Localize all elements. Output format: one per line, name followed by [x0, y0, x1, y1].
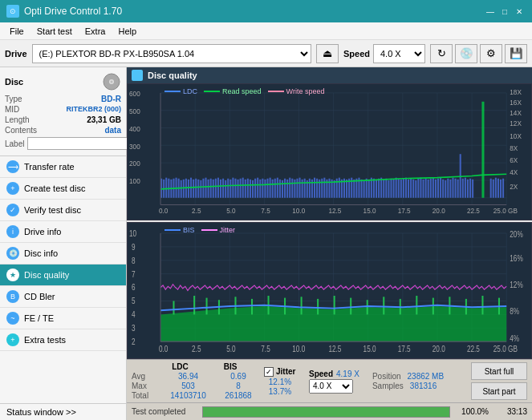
jitter-checkbox[interactable]: ✓	[264, 367, 274, 377]
eject-button[interactable]: ⏏	[316, 44, 339, 63]
sidebar-item-disc-quality[interactable]: ★ Disc quality	[0, 265, 126, 286]
time-display: 33:13	[495, 407, 527, 416]
svg-text:8%: 8%	[510, 308, 519, 317]
status-window-toggle[interactable]: Status window >>	[0, 403, 126, 420]
svg-rect-165	[452, 178, 453, 198]
svg-rect-63	[200, 180, 201, 198]
chart2-legend: BIS Jitter	[160, 224, 240, 236]
ldc-max: 503	[170, 382, 206, 390]
svg-rect-136	[380, 178, 382, 198]
ldc-col-header: LDC	[162, 362, 198, 371]
svg-rect-129	[363, 180, 365, 198]
svg-text:12X: 12X	[510, 119, 522, 127]
svg-rect-160	[440, 178, 441, 198]
ldc-chart-container: LDC Read speed Write speed	[127, 83, 532, 220]
menu-help[interactable]: Help	[112, 25, 143, 38]
svg-rect-92	[272, 180, 274, 198]
svg-rect-158	[435, 180, 437, 198]
svg-rect-98	[286, 180, 288, 198]
sidebar-item-drive-info[interactable]: i Drive info	[0, 221, 126, 243]
sidebar-item-verify-test-disc[interactable]: ✓ Verify test disc	[0, 200, 126, 221]
menu-extra[interactable]: Extra	[79, 25, 112, 38]
menu-file[interactable]: File	[3, 25, 30, 38]
disc-quality-label: Disc quality	[24, 270, 69, 280]
svg-rect-239	[350, 298, 351, 315]
dq-title: Disc quality	[148, 71, 197, 80]
svg-rect-82	[247, 179, 249, 198]
svg-rect-65	[205, 178, 206, 198]
sidebar-item-create-test-disc[interactable]: + Create test disc	[0, 178, 126, 200]
maximize-button[interactable]: □	[498, 5, 511, 18]
svg-rect-110	[316, 179, 318, 198]
svg-text:12%: 12%	[510, 281, 522, 289]
speed-display-select[interactable]: 4.0 X	[309, 379, 353, 394]
svg-rect-105	[304, 179, 306, 198]
action-buttons: ↻ 💿 ⚙ 💾	[430, 44, 527, 63]
svg-rect-81	[245, 180, 246, 198]
svg-text:10: 10	[129, 229, 136, 238]
sidebar-item-extra-tests[interactable]: + Extra tests	[0, 329, 126, 351]
minimize-button[interactable]: —	[484, 5, 497, 18]
svg-rect-67	[210, 179, 212, 198]
svg-rect-68	[213, 180, 214, 198]
svg-rect-228	[173, 301, 174, 315]
type-value: BD-R	[101, 95, 121, 103]
svg-text:10X: 10X	[510, 131, 522, 139]
jitter-avg: 12.1%	[264, 378, 296, 386]
svg-text:10.0: 10.0	[292, 345, 305, 353]
svg-text:9: 9	[132, 243, 136, 252]
menu-start-test[interactable]: Start test	[30, 25, 79, 38]
start-full-button[interactable]: Start full	[471, 362, 527, 380]
svg-rect-95	[279, 180, 281, 198]
svg-rect-83	[250, 180, 251, 198]
drive-select[interactable]: (E:) PLEXTOR BD-R PX-LB950SA 1.04	[32, 44, 311, 63]
sidebar-item-cd-bler[interactable]: B CD Bler	[0, 286, 126, 308]
sidebar-item-fe-te[interactable]: ~ FE / TE	[0, 308, 126, 329]
svg-text:16X: 16X	[510, 99, 522, 107]
position-value: 23862 MB	[408, 372, 445, 381]
sidebar-item-disc-info[interactable]: 💿 Disc info	[0, 243, 126, 265]
create-test-icon: +	[6, 182, 19, 195]
status-window-label: Status window >>	[6, 407, 76, 417]
svg-rect-180	[502, 179, 504, 198]
drive-info-label: Drive info	[24, 227, 61, 236]
svg-rect-55	[181, 180, 182, 198]
svg-text:4X: 4X	[510, 168, 518, 176]
ldc-total: 14103710	[170, 391, 206, 400]
jitter-legend-color	[201, 229, 217, 231]
svg-rect-172	[469, 179, 471, 198]
speed-select[interactable]: 4.0 X	[373, 44, 425, 63]
svg-rect-70	[217, 178, 219, 198]
refresh-button[interactable]: ↻	[430, 44, 453, 63]
svg-rect-148	[410, 179, 412, 198]
close-button[interactable]: ✕	[513, 5, 526, 18]
svg-rect-84	[252, 180, 254, 198]
svg-text:22.5: 22.5	[467, 345, 480, 353]
app-icon: ⊙	[6, 5, 19, 18]
svg-rect-155	[428, 180, 429, 198]
svg-rect-72	[222, 179, 224, 198]
disc-quality-header: Disc quality	[127, 67, 532, 83]
cd-bler-label: CD Bler	[24, 292, 55, 301]
save-button[interactable]: 💾	[505, 44, 527, 63]
svg-text:100: 100	[129, 177, 140, 185]
svg-text:15.0: 15.0	[363, 345, 376, 353]
svg-text:22.5: 22.5	[467, 207, 480, 215]
svg-rect-174	[481, 102, 484, 198]
svg-rect-97	[284, 179, 286, 198]
svg-text:8: 8	[132, 256, 136, 265]
svg-text:600: 600	[129, 90, 140, 98]
label-input[interactable]	[27, 137, 134, 150]
svg-text:12.5: 12.5	[328, 207, 341, 215]
sidebar-item-transfer-rate[interactable]: ⟶ Transfer rate	[0, 156, 126, 178]
svg-text:3: 3	[132, 324, 136, 333]
svg-text:17.5: 17.5	[398, 345, 411, 353]
start-part-button[interactable]: Start part	[471, 382, 527, 400]
svg-rect-62	[197, 180, 199, 198]
svg-rect-156	[430, 179, 432, 198]
disc-button[interactable]: 💿	[455, 44, 477, 63]
svg-rect-145	[403, 179, 404, 198]
svg-rect-117	[334, 180, 335, 198]
svg-rect-75	[229, 180, 231, 198]
settings-button[interactable]: ⚙	[480, 44, 502, 63]
